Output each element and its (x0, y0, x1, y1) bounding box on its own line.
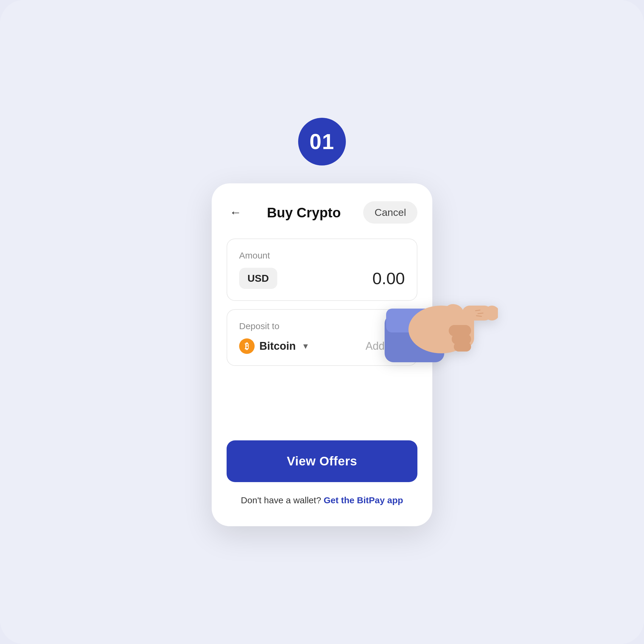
footer-text: Don't have a wallet? Get the BitPay app (227, 495, 417, 505)
page-header: ← Buy Crypto Cancel (227, 201, 417, 224)
content-spacer (227, 381, 417, 440)
svg-point-5 (484, 306, 498, 321)
amount-row: USD 0.00 (239, 268, 405, 289)
svg-point-9 (444, 302, 465, 320)
deposit-card: Deposit to ₿ Bitcoin ▼ Address (227, 309, 417, 366)
back-button[interactable]: ← (227, 204, 244, 222)
phone-wrapper: ← Buy Crypto Cancel Amount USD 0.00 Depo… (212, 183, 432, 526)
view-offers-button[interactable]: View Offers (227, 440, 417, 482)
svg-rect-4 (462, 306, 492, 321)
deposit-row: ₿ Bitcoin ▼ Address (239, 338, 405, 354)
get-bitpay-link[interactable]: Get the BitPay app (323, 495, 403, 505)
step-badge: 01 (298, 118, 346, 165)
svg-rect-8 (454, 342, 471, 352)
svg-line-11 (478, 313, 483, 314)
amount-value[interactable]: 0.00 (372, 269, 405, 288)
page-background: 01 ← Buy Crypto Cancel Amount USD 0.00 (0, 0, 644, 644)
address-placeholder[interactable]: Address (366, 340, 405, 352)
coin-name: Bitcoin (259, 340, 296, 352)
footer-static-text: Don't have a wallet? (241, 495, 321, 505)
cancel-button[interactable]: Cancel (363, 201, 417, 224)
page-title: Buy Crypto (267, 205, 341, 221)
coin-selector[interactable]: ₿ Bitcoin ▼ (239, 338, 309, 354)
svg-line-10 (476, 310, 480, 311)
step-number: 01 (309, 129, 335, 154)
currency-selector[interactable]: USD (239, 268, 277, 289)
svg-rect-3 (435, 312, 474, 347)
svg-rect-7 (452, 334, 471, 344)
amount-label: Amount (239, 250, 405, 261)
svg-rect-6 (449, 325, 471, 336)
chevron-down-icon: ▼ (302, 342, 309, 351)
deposit-label: Deposit to (239, 321, 405, 331)
back-arrow-icon: ← (230, 206, 241, 219)
svg-line-12 (476, 316, 482, 316)
bitcoin-symbol: ₿ (245, 341, 249, 351)
phone-card: ← Buy Crypto Cancel Amount USD 0.00 Depo… (212, 183, 432, 526)
amount-card: Amount USD 0.00 (227, 239, 417, 301)
bitcoin-icon: ₿ (239, 338, 255, 354)
